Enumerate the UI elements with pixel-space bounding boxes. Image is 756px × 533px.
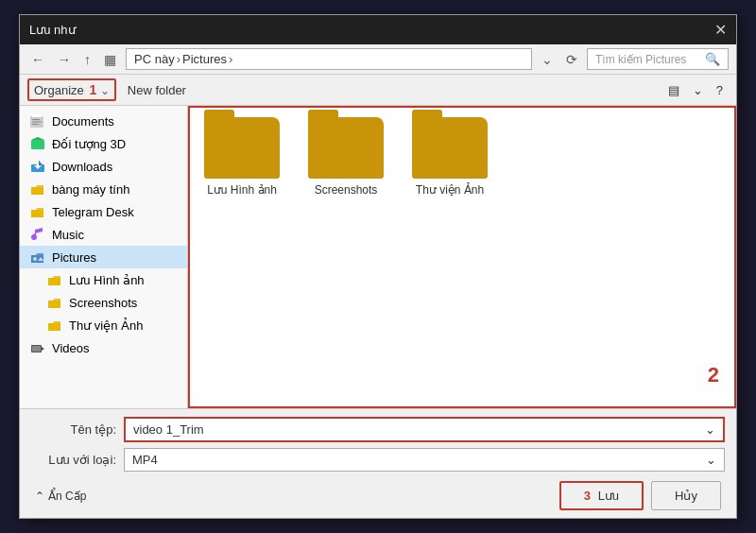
sidebar-item-luu-hinh-anh[interactable]: Lưu Hình ảnh [20,268,187,291]
svg-rect-15 [32,346,41,352]
filename-row: Tên tệp: video 1_Trim ⌄ [31,417,725,442]
svg-rect-2 [32,122,42,123]
folder-label-thu-vien-anh: Thư viện Ảnh [416,183,484,197]
sidebar-item-telegram[interactable]: Telegram Desk [20,200,187,223]
screenshots-icon [46,295,63,310]
collapse-arrow: ⌃ [35,490,44,503]
svg-rect-1 [32,119,40,120]
number2-label: 2 [708,363,719,387]
help-button[interactable]: ? [711,80,729,100]
new-folder-button[interactable]: New folder [122,80,192,100]
sidebar-item-videos[interactable]: Videos [20,336,187,359]
svg-marker-14 [42,347,44,351]
sidebar-item-3d[interactable]: Đối tượng 3D [20,132,187,155]
folder-thumb-luu-hinh-anh [204,117,280,179]
up-button[interactable]: ↑ [80,50,94,69]
sidebar-label-documents: Documents [52,114,114,129]
save-dialog: Lưu như ✕ ← → ↑ ▦ PC này › Pictures › ⌄ … [19,14,737,519]
folder-label-screenshots: Screenshots [315,183,378,197]
title-bar: Lưu như ✕ [20,15,736,44]
search-box[interactable]: Tìm kiếm Pictures 🔍 [587,48,729,70]
telegram-icon [29,204,46,219]
filename-input[interactable]: video 1_Trim ⌄ [124,417,725,442]
back-button[interactable]: ← [27,50,48,69]
sidebar-item-music[interactable]: Music [20,223,187,246]
sidebar-item-thu-vien-anh[interactable]: Thư viện Ảnh [20,314,187,336]
save-button[interactable]: 3 Lưu [559,481,644,510]
desktop-icon [29,181,46,197]
filetype-dropdown-icon: ⌄ [706,453,716,467]
doc-icon [29,113,46,129]
filename-label: Tên tệp: [31,422,116,437]
view-dropdown-button[interactable]: ⌄ [687,80,709,100]
search-placeholder: Tìm kiếm Pictures [595,53,686,66]
sidebar-label-luu-hinh-anh: Lưu Hình ảnh [69,273,145,287]
refresh-button[interactable]: ⟳ [562,50,581,69]
download-icon [29,159,46,174]
sidebar-label-3d: Đối tượng 3D [52,137,126,151]
sidebar-label-videos: Videos [52,341,90,355]
dialog-title: Lưu như [29,23,76,37]
music-icon [29,227,46,242]
pictures-icon [29,249,46,265]
location-icon: ▦ [100,50,120,69]
svg-marker-5 [31,137,44,140]
collapse-label: Ẩn Cấp [48,490,86,503]
organize-bar: Organize 1 ⌄ New folder ▤ ⌄ ? [20,75,736,106]
sidebar-label-telegram: Telegram Desk [52,205,134,219]
filename-value: video 1_Trim [133,422,204,437]
content-area: Documents Đối tượng 3D Downloads [20,106,736,408]
address-bar: ← → ↑ ▦ PC này › Pictures › ⌄ ⟳ Tìm kiếm… [20,44,736,75]
sidebar-item-desktop[interactable]: bàng máy tính [20,178,187,200]
sidebar-label-pictures: Pictures [52,250,96,265]
collapse-button[interactable]: ⌃ Ẩn Cấp [35,490,86,503]
organize-button[interactable]: Organize 1 ⌄ [27,78,116,101]
sidebar-label-screenshots: Screenshots [69,296,137,310]
sidebar-item-downloads[interactable]: Downloads [20,155,187,178]
action-row: ⌃ Ẩn Cấp 3 Lưu Hủy [31,481,725,510]
sidebar-item-screenshots[interactable]: Screenshots [20,291,187,314]
view-list-button[interactable]: ▤ [662,80,685,100]
button-group: 3 Lưu Hủy [559,481,721,510]
videos-icon [29,340,46,355]
number3-label: 3 [584,489,591,503]
svg-rect-3 [32,124,39,125]
filename-dropdown-icon: ⌄ [705,422,715,437]
sidebar-item-pictures[interactable]: Pictures [20,246,187,268]
folder-label-luu-hinh-anh: Lưu Hình ảnh [207,183,277,197]
bottom-area: Tên tệp: video 1_Trim ⌄ Lưu với loại: MP… [20,408,736,518]
address-path[interactable]: PC này › Pictures › [126,48,532,70]
filetype-label: Lưu với loại: [31,453,116,467]
close-button[interactable]: ✕ [714,21,727,39]
folder-thu-vien-anh[interactable]: Thư viện Ảnh [407,117,492,197]
3d-icon [29,136,46,151]
cancel-button[interactable]: Hủy [651,481,721,510]
svg-rect-4 [31,140,44,149]
luu-hinh-anh-icon [46,272,63,287]
filetype-select[interactable]: MP4 ⌄ [124,448,725,472]
svg-rect-11 [34,233,36,238]
folder-thumb-thu-vien-anh [412,117,488,179]
folder-thumb-screenshots [308,117,384,179]
sidebar-label-music: Music [52,228,84,242]
search-icon: 🔍 [705,52,720,66]
sidebar-label-downloads: Downloads [52,160,112,174]
sidebar-label-thu-vien-anh: Thư viện Ảnh [69,318,143,333]
forward-button[interactable]: → [54,50,75,69]
view-options: ▤ ⌄ ? [662,80,729,100]
sidebar: Documents Đối tượng 3D Downloads [20,106,188,408]
folder-luu-hinh-anh[interactable]: Lưu Hình ảnh [199,117,284,197]
folder-screenshots[interactable]: Screenshots [303,117,388,197]
sidebar-label-desktop: bàng máy tính [52,182,129,197]
organize-chevron: ⌄ [100,84,110,97]
main-content: Lưu Hình ảnh Screenshots Thư viện Ảnh 2 [188,106,736,408]
thu-vien-anh-icon [46,318,63,333]
number1-label: 1 [89,82,96,97]
filetype-value: MP4 [132,453,158,467]
svg-point-12 [33,257,37,261]
filetype-row: Lưu với loại: MP4 ⌄ [31,448,725,472]
sidebar-item-documents[interactable]: Documents [20,110,187,132]
dropdown-arrow[interactable]: ⌄ [538,50,557,69]
